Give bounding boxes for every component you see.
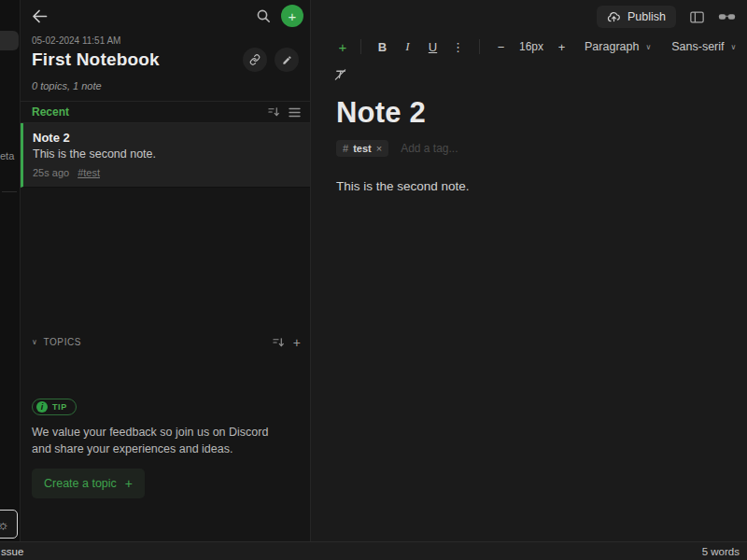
chevron-down-icon: ∨ <box>731 43 737 51</box>
bold-button[interactable]: B <box>370 35 395 58</box>
font-family-dropdown[interactable]: Sans-serif ∨ <box>661 40 746 53</box>
pencil-icon <box>282 55 292 65</box>
tag-row: # test × Add a tag... <box>336 140 725 157</box>
cloud-upload-icon <box>607 11 621 23</box>
notebook-date: 05-02-2024 11:51 AM <box>32 35 299 46</box>
view-mode-button[interactable] <box>289 107 301 118</box>
note-item-tag-link[interactable]: #test <box>78 167 100 178</box>
nav-rail: eta ☼ <box>0 0 21 541</box>
shortcut-link-button[interactable] <box>243 48 267 72</box>
tip-text: We value your feedback so join us on Dis… <box>32 424 276 457</box>
search-button[interactable] <box>256 8 271 23</box>
toggle-properties-button[interactable] <box>690 11 704 23</box>
note-list-item[interactable]: Note 2 This is the second note. 25s ago … <box>21 123 310 188</box>
sun-icon: ☼ <box>0 517 9 532</box>
topics-label: TOPICS <box>43 337 81 347</box>
topics-section-header: ∨ TOPICS + <box>21 333 310 352</box>
hash-icon: # <box>343 143 348 154</box>
plus-icon: + <box>293 335 301 350</box>
app-window: eta ☼ + 0 <box>0 0 747 560</box>
sort-icon <box>268 106 280 118</box>
tip-badge-label: TIP <box>52 402 67 412</box>
font-family-value: Sans-serif <box>671 40 724 53</box>
underline-button[interactable]: U <box>420 35 445 58</box>
remove-tag-icon[interactable]: × <box>376 143 382 154</box>
clear-formatting-row <box>311 64 747 85</box>
beta-badge-fragment: eta <box>0 150 14 161</box>
decrease-font-size-button[interactable]: − <box>488 35 514 58</box>
paragraph-style-value: Paragraph <box>585 40 639 53</box>
main-layout: eta ☼ + 0 <box>0 0 747 541</box>
more-formatting-button[interactable]: ⋮ <box>445 35 471 58</box>
paragraph-style-dropdown[interactable]: Paragraph ∨ <box>574 40 661 53</box>
editor-content: Note 2 # test × Add a tag... This is the… <box>311 85 747 193</box>
tip-badge: i TIP <box>32 399 77 415</box>
status-bar: ssue 5 words <box>0 541 747 560</box>
recent-group-header: Recent <box>21 101 310 123</box>
search-icon <box>256 8 271 23</box>
recent-group-label: Recent <box>32 105 69 119</box>
plus-icon: + <box>125 476 133 491</box>
topics-collapse-toggle[interactable]: ∨ TOPICS <box>32 337 81 347</box>
publish-label: Publish <box>627 10 666 23</box>
create-topic-button[interactable]: Create a topic + <box>32 469 145 498</box>
editor-toolbar: + B I U ⋮ − 16px + Paragraph <box>311 34 747 60</box>
notebook-stats: 0 topics, 1 note <box>32 80 299 91</box>
publish-button[interactable]: Publish <box>597 6 676 28</box>
chevron-down-icon: ∨ <box>32 338 37 346</box>
add-topic-icon-button[interactable]: + <box>293 336 301 349</box>
insert-block-button[interactable]: + <box>333 35 352 58</box>
tag-chip[interactable]: # test × <box>336 140 388 157</box>
note-title-input[interactable]: Note 2 <box>336 96 725 130</box>
create-topic-label: Create a topic <box>44 477 117 490</box>
arrow-left-icon <box>32 9 48 23</box>
font-size-value[interactable]: 16px <box>514 40 549 53</box>
notebook-title: First Notebook <box>32 49 160 70</box>
chevron-down-icon: ∨ <box>645 43 651 51</box>
tip-box: i TIP We value your feedback so join us … <box>32 397 299 457</box>
italic-button[interactable]: I <box>395 35 420 58</box>
link-icon <box>249 54 261 65</box>
notes-panel: + 05-02-2024 11:51 AM First Notebook <box>21 0 311 541</box>
theme-toggle-button[interactable]: ☼ <box>0 510 18 539</box>
note-body-editable[interactable]: This is the second note. <box>336 179 725 193</box>
kebab-menu-icon: ⋮ <box>452 40 464 54</box>
notebook-header: 05-02-2024 11:51 AM First Notebook 0 top… <box>21 30 310 101</box>
list-view-icon <box>289 107 301 118</box>
focus-mode-button[interactable] <box>718 12 736 21</box>
increase-font-size-button[interactable]: + <box>549 35 574 58</box>
back-button[interactable] <box>32 9 48 23</box>
edit-notebook-button[interactable] <box>275 48 299 72</box>
info-icon: i <box>36 401 48 413</box>
notes-panel-topbar: + <box>21 0 310 30</box>
side-panel-icon <box>690 11 704 23</box>
note-item-preview: This is the second note. <box>33 147 299 161</box>
report-issue-link-fragment[interactable]: ssue <box>1 546 23 557</box>
word-count: 5 words <box>702 546 740 557</box>
plus-icon: + <box>289 9 297 23</box>
add-note-button[interactable]: + <box>281 5 303 27</box>
clear-formatting-icon <box>333 68 347 81</box>
note-item-timestamp: 25s ago <box>33 167 69 178</box>
tag-chip-label: test <box>353 143 372 154</box>
add-tag-input[interactable]: Add a tag... <box>401 142 458 155</box>
topics-sort-button[interactable] <box>273 337 285 348</box>
notes-panel-spacer <box>21 188 310 333</box>
editor-topbar: Publish <box>311 0 747 32</box>
minus-icon: − <box>498 40 505 54</box>
rail-divider <box>2 191 17 192</box>
plus-icon: + <box>339 39 347 55</box>
sort-button[interactable] <box>268 106 280 118</box>
note-item-title: Note 2 <box>33 131 299 145</box>
plus-icon: + <box>558 40 566 54</box>
rail-nav-item-fragment[interactable] <box>0 31 19 50</box>
sort-icon <box>273 337 285 348</box>
clear-formatting-button[interactable] <box>333 68 347 81</box>
reading-glasses-icon <box>718 12 736 21</box>
editor-panel: Publish + B I U ⋮ <box>311 0 747 541</box>
